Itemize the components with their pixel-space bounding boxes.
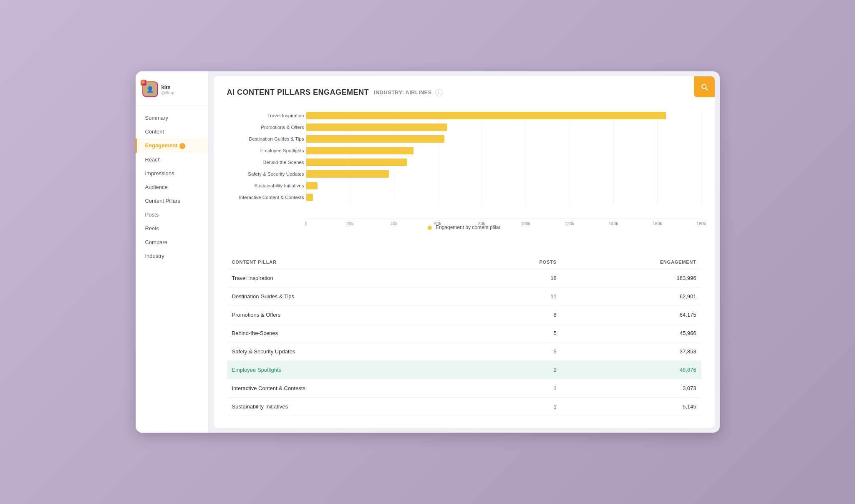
sidebar-item-reach[interactable]: Reach — [136, 153, 208, 166]
chart-area: Travel InspirationPromotions & OffersDes… — [227, 111, 701, 221]
x-axis: 020k40k60k80k100k120k140k160k180k — [306, 219, 701, 221]
table-cell-engagement: 48,876 — [562, 361, 701, 379]
chart-bar — [306, 194, 313, 201]
page-title: AI CONTENT PILLARS ENGAGEMENT — [227, 88, 369, 97]
bar-wrapper — [306, 159, 701, 166]
chart-bar — [306, 112, 666, 119]
table-cell-engagement: 163,996 — [562, 269, 701, 287]
data-table: CONTENT PILLARPOSTSENGAGEMENT Travel Ins… — [227, 255, 701, 416]
main-content: AI CONTENT PILLARS ENGAGEMENT INDUSTRY: … — [214, 76, 715, 428]
table-header-engagement: ENGAGEMENT — [562, 255, 701, 269]
svg-point-2 — [144, 82, 144, 82]
legend-label: Engagement by content pillar — [436, 224, 500, 230]
chart-bar — [306, 135, 444, 143]
table-row[interactable]: Travel Inspiration18163,996 — [227, 269, 701, 287]
table-row[interactable]: Employee Spotlights248,876 — [227, 361, 701, 379]
chart-bar-label: Sustainability Initiatives — [227, 181, 304, 190]
search-button[interactable] — [694, 76, 715, 97]
search-icon — [700, 83, 709, 91]
chart-bar — [306, 159, 407, 166]
table-cell-pillar: Employee Spotlights — [227, 361, 479, 379]
table-cell-pillar: Behind-the-Scenes — [227, 324, 479, 343]
sidebar-item-audience[interactable]: Audience — [136, 180, 208, 194]
svg-rect-0 — [142, 81, 145, 84]
chart-row: Behind-the-Scenes — [306, 158, 701, 167]
table-cell-engagement: 3,073 — [562, 379, 701, 398]
avatar: 👤 — [142, 81, 158, 97]
table-row[interactable]: Destination Guides & Tips1162,901 — [227, 287, 701, 306]
chart-row: Promotions & Offers — [306, 123, 701, 132]
profile-name: kim — [161, 84, 174, 90]
table-cell-engagement: 62,901 — [562, 287, 701, 306]
profile-section: 👤 kim @/kim — [136, 78, 208, 106]
table-cell-pillar: Safety & Security Updates — [227, 343, 479, 361]
table-header: CONTENT PILLARPOSTSENGAGEMENT — [227, 255, 701, 269]
sidebar-item-summary[interactable]: Summary — [136, 111, 208, 125]
chart-bar — [306, 123, 447, 131]
chart-bar-label: Safety & Security Updates — [227, 169, 304, 179]
table-cell-engagement: 45,966 — [562, 324, 701, 343]
chart-row: Employee Spotlights — [306, 146, 701, 155]
app-container: 👤 kim @/kim SummaryContentEngagementiRea… — [136, 71, 720, 433]
sidebar-item-compare[interactable]: Compare — [136, 235, 208, 249]
chart-row: Sustainability Initiatives — [306, 181, 701, 190]
chart-row: Travel Inspiration — [306, 111, 701, 120]
sidebar-item-content[interactable]: Content — [136, 125, 208, 139]
sidebar-item-industry[interactable]: Industry — [136, 249, 208, 263]
x-tick: 140k — [609, 221, 618, 226]
chart-bar-label: Behind-the-Scenes — [227, 158, 304, 167]
table-cell-engagement: 5,145 — [562, 398, 701, 416]
table-row[interactable]: Behind-the-Scenes545,966 — [227, 324, 701, 343]
table-header-row: CONTENT PILLARPOSTSENGAGEMENT — [227, 255, 701, 269]
nav-menu: SummaryContentEngagementiReachImpression… — [136, 111, 208, 263]
chart-row: Safety & Security Updates — [306, 169, 701, 179]
x-tick: 180k — [696, 221, 706, 226]
sidebar-item-content-pillars[interactable]: Content Pillars — [136, 194, 208, 208]
table-header-content-pillar: CONTENT PILLAR — [227, 255, 479, 269]
sidebar-item-engagement[interactable]: Engagementi — [136, 139, 208, 153]
bar-wrapper — [306, 112, 701, 119]
table-cell-posts: 5 — [479, 324, 562, 343]
table-row[interactable]: Interactive Content & Contests13,073 — [227, 379, 701, 398]
bar-wrapper — [306, 170, 701, 178]
bar-wrapper — [306, 182, 701, 189]
table-cell-engagement: 64,175 — [562, 306, 701, 324]
x-tick: 80k — [478, 221, 485, 226]
bar-wrapper — [306, 194, 701, 201]
sidebar: 👤 kim @/kim SummaryContentEngagementiRea… — [136, 71, 209, 433]
sidebar-item-impressions[interactable]: Impressions — [136, 166, 208, 180]
x-tick: 20k — [346, 221, 353, 226]
sidebar-item-posts[interactable]: Posts — [136, 208, 208, 222]
svg-point-1 — [143, 82, 144, 83]
table-cell-posts: 5 — [479, 343, 562, 361]
table-row[interactable]: Sustainability Initiatives15,145 — [227, 398, 701, 416]
x-tick: 160k — [653, 221, 662, 226]
table-cell-posts: 8 — [479, 306, 562, 324]
x-tick: 0 — [305, 221, 308, 226]
table-cell-pillar: Travel Inspiration — [227, 269, 479, 287]
table-row[interactable]: Promotions & Offers864,175 — [227, 306, 701, 324]
table-cell-pillar: Interactive Content & Contests — [227, 379, 479, 398]
page-header: AI CONTENT PILLARS ENGAGEMENT INDUSTRY: … — [227, 88, 701, 97]
bar-wrapper — [306, 147, 701, 154]
sidebar-item-reels[interactable]: Reels — [136, 222, 208, 235]
instagram-badge — [141, 80, 146, 86]
table-cell-posts: 18 — [479, 269, 562, 287]
x-tick: 120k — [565, 221, 574, 226]
table-cell-pillar: Promotions & Offers — [227, 306, 479, 324]
bar-wrapper — [306, 135, 701, 143]
grid-line — [701, 111, 702, 204]
profile-info: kim @/kim — [161, 84, 174, 95]
x-tick: 100k — [521, 221, 530, 226]
table-header-posts: POSTS — [479, 255, 562, 269]
chart-bar — [306, 147, 414, 154]
info-icon[interactable]: i — [435, 89, 443, 96]
profile-handle: @/kim — [161, 90, 174, 95]
table-cell-posts: 1 — [479, 379, 562, 398]
table-row[interactable]: Safety & Security Updates537,853 — [227, 343, 701, 361]
table-cell-posts: 1 — [479, 398, 562, 416]
x-tick: 60k — [434, 221, 441, 226]
chart-bar-label: Employee Spotlights — [227, 146, 304, 155]
chart-row: Destination Guides & Tips — [306, 134, 701, 144]
table-cell-pillar: Sustainability Initiatives — [227, 398, 479, 416]
